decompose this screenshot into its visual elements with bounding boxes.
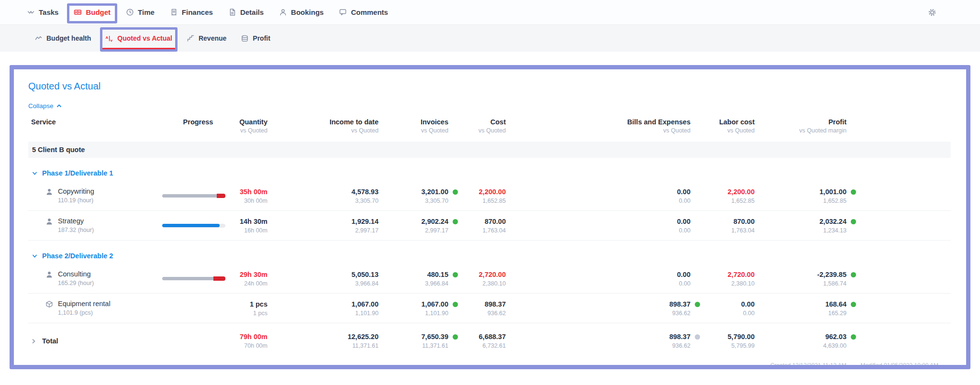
collapse-link[interactable]: Collapse: [28, 102, 62, 110]
cell-invoices: 3,201.003,305.70: [389, 187, 459, 205]
tab-label: Time: [138, 8, 155, 16]
cell-labor: 2,720.002,380.10: [701, 270, 765, 288]
document-icon: [228, 8, 236, 16]
cell-invoices: 480.153,966.84: [389, 270, 459, 288]
phase-row-2[interactable]: Phase 2/Deliverable 2: [28, 248, 951, 264]
cell-cost: 898.37936.62: [459, 299, 516, 318]
active-subtab-underline: [102, 48, 175, 50]
progress-bar: [162, 194, 225, 198]
col-quantity: Quantity vs Quoted: [234, 118, 278, 135]
panel-title: Quoted vs Actual: [28, 81, 951, 92]
tab-comments[interactable]: Comments: [339, 8, 388, 16]
cell-bills: 0.000.00: [516, 270, 701, 288]
person-outline-icon: [279, 8, 287, 16]
status-dot-green: [851, 334, 856, 340]
tab-details[interactable]: Details: [228, 8, 264, 16]
cell-cost: 2,720.002,380.10: [459, 270, 516, 288]
cell-profit: 168.64165.29: [765, 299, 857, 318]
progress-bar: [162, 224, 225, 228]
service-name: Strategy: [58, 217, 94, 226]
status-dot-green: [851, 272, 856, 277]
cell-cost: 870.001,763.04: [459, 217, 516, 235]
cell-invoices: 2,902.242,997.17: [389, 217, 459, 235]
status-dot-green: [453, 189, 458, 195]
cell-profit: 1,001.001,652.85: [765, 187, 857, 205]
health-chart-icon: [34, 34, 43, 43]
chevron-up-icon: [56, 103, 62, 109]
status-dot-green: [851, 189, 856, 195]
tab-finances[interactable]: Finances: [170, 8, 213, 16]
cell-income: 12,625.2011,371.61: [278, 332, 389, 350]
cell-bills: 898.37936.62: [516, 332, 701, 350]
cell-cost: 2,200.001,652.85: [459, 187, 516, 205]
status-dot-green: [453, 334, 458, 340]
tab-tasks[interactable]: Tasks: [27, 8, 58, 16]
cell-quantity: 29h 30m24h 00m: [234, 270, 278, 288]
tab-label: Finances: [182, 8, 213, 16]
total-row[interactable]: Total 79h 00m70h 00m 12,625.2011,371.61 …: [28, 327, 951, 355]
tab-label: Bookings: [291, 8, 323, 16]
tab-label: Comments: [351, 8, 388, 16]
subtab-quoted-vs-actual[interactable]: A v Quoted vs Actual: [105, 34, 172, 43]
cell-labor: 2,200.001,652.85: [701, 187, 765, 205]
tab-budget[interactable]: Budget: [74, 8, 111, 16]
settings-gear-icon[interactable]: [928, 8, 936, 17]
chevron-down-icon: [32, 253, 37, 259]
cell-labor: 870.001,763.04: [701, 217, 765, 235]
record-meta-text: Created 12/12/2021 11:13 AM Modified 01/…: [770, 362, 938, 365]
cell-income: 1,929.142,997.17: [278, 217, 389, 235]
service-row-equipment-rental[interactable]: Equipment rental 1,101.9 (pcs) 1 pcs1 pc…: [28, 294, 951, 323]
status-dot-green: [695, 302, 700, 307]
cell-profit: -2,239.851,586.74: [765, 270, 857, 288]
status-dot-green: [851, 302, 856, 307]
subtab-label: Quoted vs Actual: [117, 34, 172, 42]
budget-icon: [74, 8, 82, 16]
cell-bills: 0.000.00: [516, 217, 701, 235]
cell-bills: 0.000.00: [516, 187, 701, 205]
chevron-down-icon: [32, 171, 37, 176]
service-name: Copywriting: [58, 187, 94, 196]
annotation-box-main-panel: Quoted vs Actual Collapse Service Progre…: [10, 65, 970, 369]
person-icon: [45, 218, 53, 225]
cell-invoices: 7,650.3911,371.61: [389, 332, 459, 350]
service-row-strategy[interactable]: Strategy 187.32 (hour) 14h 30m16h 00m 1,…: [28, 211, 951, 241]
col-profit: Profit vs Quoted margin: [765, 118, 857, 135]
cell-quantity: 14h 30m16h 00m: [234, 217, 278, 235]
person-icon: [45, 271, 53, 278]
subtab-budget-health[interactable]: Budget health: [34, 34, 91, 43]
service-name: Equipment rental: [58, 299, 111, 308]
col-cost: Cost vs Quoted: [459, 118, 516, 135]
status-dot-green: [851, 219, 856, 224]
tab-bookings[interactable]: Bookings: [279, 8, 323, 16]
service-rate: 1,101.9 (pcs): [58, 308, 111, 317]
cell-quantity: 79h 00m70h 00m: [234, 332, 278, 350]
col-invoices: Invoices vs Quoted: [389, 118, 459, 135]
tab-label: Budget: [86, 8, 111, 16]
cell-quantity: 35h 00m30h 00m: [234, 187, 278, 205]
top-navigation: Tasks Budget Time Finances Details Booki…: [0, 0, 980, 25]
progress-bar: [162, 277, 225, 281]
cell-profit: 2,032.241,234.13: [765, 217, 857, 235]
col-income-to-date: Income to date vs Quoted: [278, 118, 389, 135]
service-row-consulting[interactable]: Consulting 165.29 (hour) 29h 30m24h 00m …: [28, 264, 951, 294]
tab-time[interactable]: Time: [126, 8, 155, 16]
person-icon: [45, 188, 53, 196]
phase-row-1[interactable]: Phase 1/Deliverable 1: [28, 165, 951, 181]
clock-icon: [126, 8, 134, 16]
subtab-profit[interactable]: Profit: [241, 34, 270, 43]
service-row-copywriting[interactable]: Copywriting 110.19 (hour) 35h 00m30h 00m…: [28, 181, 951, 211]
chevron-right-icon: [31, 339, 36, 344]
status-dot-gray: [695, 334, 700, 340]
subtab-revenue[interactable]: Revenue: [187, 34, 226, 43]
tab-label: Tasks: [39, 8, 58, 16]
cell-labor: 0.000.00: [701, 299, 765, 318]
cell-profit: 962.034,639.00: [765, 332, 857, 350]
quote-group-row[interactable]: 5 Client B quote: [28, 142, 951, 158]
cell-invoices: 1,067.001,101.90: [389, 299, 459, 318]
cell-bills: 898.37936.62: [516, 299, 701, 318]
status-dot-green: [453, 302, 458, 307]
box-icon: [45, 300, 53, 308]
service-rate: 110.19 (hour): [58, 196, 94, 205]
col-bills-and-expenses: Bills and Expenses vs Quoted: [516, 118, 701, 135]
coins-icon: [241, 34, 249, 43]
